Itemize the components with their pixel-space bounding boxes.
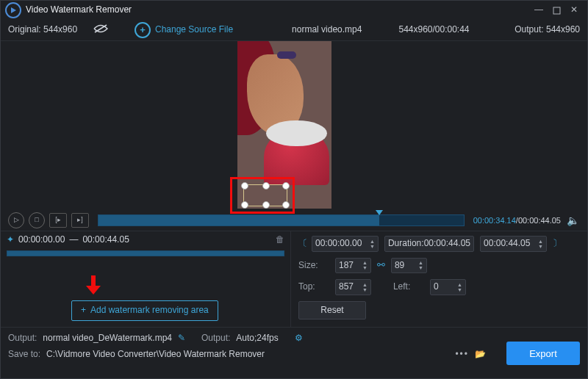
range-end-input[interactable]: 00:00:44.05▲▼: [480, 236, 547, 252]
segment-bar[interactable]: [7, 250, 284, 256]
height-input[interactable]: 89▲▼: [391, 258, 427, 274]
properties-panel: 〔 00:00:00.00▲▼ Duration:00:00:44.05 00:…: [291, 231, 587, 327]
open-folder-icon[interactable]: 📂: [475, 349, 486, 361]
add-watermark-area-button[interactable]: + Add watermark removing area: [71, 300, 218, 321]
source-dims-time: 544x960/00:00:44: [398, 24, 469, 36]
size-label: Size:: [298, 260, 329, 272]
maximize-button[interactable]: [548, 4, 565, 17]
more-options-button[interactable]: •••: [455, 349, 469, 361]
svg-marker-4: [86, 286, 101, 295]
resize-handle[interactable]: [282, 182, 290, 190]
resize-handle[interactable]: [262, 182, 270, 190]
range-end-bracket-icon[interactable]: 〕: [553, 238, 560, 250]
resize-handle[interactable]: [262, 201, 270, 209]
stop-button[interactable]: □: [29, 212, 45, 228]
save-path: C:\Vidmore Video Converter\Video Waterma…: [46, 349, 265, 361]
original-label: Original: 544x960: [8, 24, 89, 36]
output-file-name: normal video_DeWatermark.mp4: [43, 333, 172, 344]
output-file-label: Output:: [8, 333, 37, 344]
preview-area[interactable]: [1, 41, 587, 210]
mark-in-button[interactable]: [▸: [49, 213, 67, 228]
svg-rect-1: [553, 7, 560, 14]
rename-output-icon[interactable]: ✎: [178, 333, 185, 344]
svg-rect-3: [91, 275, 96, 286]
watermark-selection-box[interactable]: [243, 184, 287, 206]
reset-button[interactable]: Reset: [298, 301, 366, 320]
mark-out-button[interactable]: ▸]: [71, 213, 89, 228]
range-start-input[interactable]: 00:00:00.00▲▼: [312, 236, 379, 252]
segment-start: 00:00:00.00: [18, 234, 65, 246]
segments-panel: ✦ 00:00:00.00 — 00:00:44.05 🗑 + Add wate…: [1, 231, 291, 327]
source-bar: Original: 544x960 + Change Source File n…: [1, 20, 587, 41]
annotation-arrow: [86, 275, 101, 298]
top-input[interactable]: 857▲▼: [335, 279, 371, 295]
output-format-value: Auto;24fps: [236, 333, 278, 344]
resize-handle[interactable]: [241, 182, 248, 190]
plus-circle-icon: +: [135, 22, 151, 38]
titlebar: Video Watermark Remover — ✕: [1, 1, 587, 20]
range-duration-input[interactable]: Duration:00:00:44.05: [384, 236, 474, 252]
save-to-label: Save to:: [8, 349, 40, 361]
source-filename: normal video.mp4: [292, 24, 362, 36]
app-title: Video Watermark Remover: [26, 4, 530, 16]
playhead-icon[interactable]: [376, 210, 383, 215]
minimize-button[interactable]: —: [530, 4, 548, 17]
timecode: 00:00:34.14/00:00:44.05: [473, 215, 561, 225]
width-input[interactable]: 187▲▼: [335, 258, 371, 274]
output-dims-label: Output: 544x960: [514, 24, 580, 36]
range-start-bracket-icon[interactable]: 〔: [298, 238, 306, 250]
output-settings-icon[interactable]: ⚙: [295, 333, 303, 344]
left-label: Left:: [393, 281, 424, 293]
preview-toggle-icon[interactable]: [93, 24, 108, 37]
app-logo: [5, 2, 21, 18]
close-button[interactable]: ✕: [565, 4, 583, 17]
export-button[interactable]: Export: [506, 342, 580, 365]
resize-handle[interactable]: [241, 201, 248, 209]
segment-row[interactable]: ✦ 00:00:00.00 — 00:00:44.05 🗑: [7, 234, 284, 246]
play-button[interactable]: ▷: [8, 212, 24, 228]
plus-icon: +: [81, 305, 86, 317]
volume-icon[interactable]: 🔈: [565, 213, 580, 228]
output-format-label: Output:: [201, 333, 230, 344]
change-source-button[interactable]: + Change Source File: [135, 22, 233, 38]
delete-segment-icon[interactable]: 🗑: [276, 234, 284, 246]
segment-end: 00:00:44.05: [82, 234, 129, 246]
segment-icon: ✦: [7, 234, 14, 246]
top-label: Top:: [298, 281, 329, 293]
resize-handle[interactable]: [282, 201, 290, 209]
svg-marker-0: [11, 7, 16, 13]
left-input[interactable]: 0▲▼: [430, 279, 466, 295]
footer: Output: normal video_DeWatermark.mp4 ✎ O…: [1, 327, 587, 366]
aspect-link-icon[interactable]: ⚯: [377, 259, 385, 272]
timeline-scrubber[interactable]: [98, 214, 465, 226]
